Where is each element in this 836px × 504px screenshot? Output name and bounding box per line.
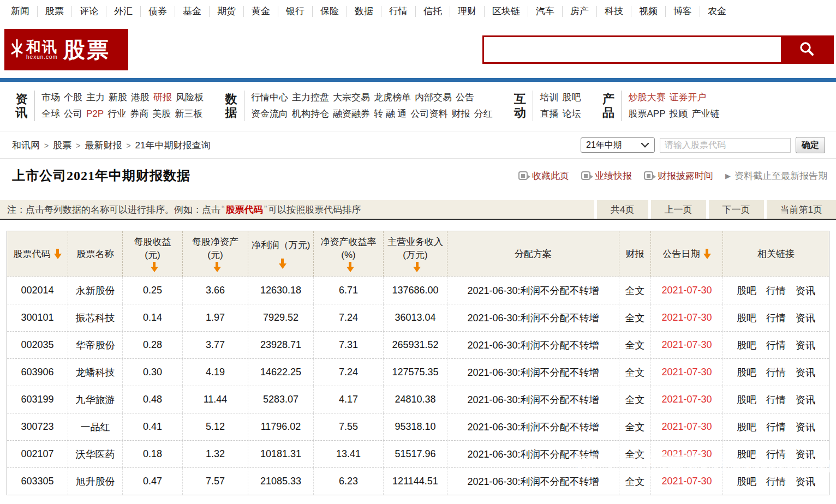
related-link[interactable]: 股吧 bbox=[737, 475, 756, 488]
quick-report-link[interactable]: 业绩快报 bbox=[581, 170, 632, 182]
subnav-link[interactable]: 内部交易 bbox=[415, 92, 452, 103]
pager-item[interactable]: 上一页 bbox=[651, 200, 706, 219]
top-nav-item[interactable]: 保险 bbox=[313, 6, 347, 17]
breadcrumb-item[interactable]: 和讯网 bbox=[12, 140, 40, 151]
pager-item[interactable]: 下一页 bbox=[709, 200, 764, 219]
related-link[interactable]: 股吧 bbox=[737, 448, 756, 461]
top-nav-item[interactable]: 银行 bbox=[278, 6, 313, 17]
subnav-link[interactable]: 产业链 bbox=[691, 109, 719, 119]
related-link[interactable]: 行情 bbox=[766, 393, 786, 406]
subnav-link[interactable]: 财报 bbox=[451, 109, 470, 119]
breadcrumb-item[interactable]: 最新财报 bbox=[85, 140, 122, 151]
column-header[interactable]: 每股净资产 (元) bbox=[183, 231, 248, 277]
subnav-link[interactable]: 投顾 bbox=[669, 109, 688, 119]
top-nav-item[interactable]: 基金 bbox=[175, 6, 210, 17]
cell-announce-date[interactable]: 2021-07-30 bbox=[651, 386, 723, 413]
top-nav-item[interactable]: 外汇 bbox=[106, 6, 141, 17]
cell-announce-date[interactable]: 2021-07-30 bbox=[651, 304, 723, 331]
cell-announce-date[interactable]: 2021-07-30 bbox=[651, 332, 723, 358]
cell-report-link[interactable]: 全文 bbox=[619, 386, 651, 413]
related-link[interactable]: 资讯 bbox=[796, 339, 815, 352]
subnav-link[interactable]: 主力 bbox=[86, 92, 105, 103]
column-header[interactable]: 每股收益 (元) bbox=[123, 231, 183, 277]
subnav-link[interactable]: 资金流向 bbox=[251, 109, 288, 119]
period-select[interactable]: 21年中期 bbox=[581, 137, 655, 153]
top-nav-item[interactable]: 区块链 bbox=[485, 6, 528, 17]
subnav-link[interactable]: 龙虎榜单 bbox=[374, 92, 411, 103]
stock-code-input[interactable] bbox=[660, 138, 791, 153]
related-link[interactable]: 股吧 bbox=[737, 311, 756, 325]
related-link[interactable]: 资讯 bbox=[796, 475, 815, 488]
breadcrumb-item[interactable]: 股票 bbox=[53, 140, 71, 151]
related-link[interactable]: 股吧 bbox=[737, 366, 756, 379]
related-link[interactable]: 行情 bbox=[766, 284, 786, 297]
subnav-link[interactable]: 公告 bbox=[456, 92, 474, 103]
top-nav-item[interactable]: 评论 bbox=[72, 6, 106, 17]
column-header[interactable]: 净利润（万元) bbox=[248, 231, 314, 277]
column-header[interactable]: 净资产收益率 (%) bbox=[314, 231, 384, 277]
cell-announce-date[interactable]: 2021-07-30 bbox=[651, 413, 723, 440]
disclosure-time-link[interactable]: 财报披露时间 bbox=[644, 170, 713, 182]
top-nav-item[interactable]: 新闻 bbox=[3, 6, 38, 17]
subnav-link[interactable]: 大宗交易 bbox=[333, 92, 370, 103]
related-link[interactable]: 行情 bbox=[766, 475, 786, 488]
subnav-link[interactable]: 炒股大赛 bbox=[628, 92, 665, 103]
subnav-link[interactable]: 个股 bbox=[64, 92, 82, 103]
subnav-link[interactable]: 转 融 通 bbox=[374, 109, 407, 119]
search-button[interactable] bbox=[781, 37, 832, 62]
top-nav-item[interactable]: 科技 bbox=[597, 6, 631, 17]
related-link[interactable]: 股吧 bbox=[737, 339, 756, 352]
subnav-link[interactable]: 股吧 bbox=[562, 92, 581, 103]
related-link[interactable]: 资讯 bbox=[796, 448, 815, 461]
top-nav-item[interactable]: 博客 bbox=[666, 6, 700, 17]
subnav-link[interactable]: 机构持仓 bbox=[292, 109, 329, 119]
subnav-link[interactable]: 新三板 bbox=[175, 109, 202, 119]
subnav-link[interactable]: 股票APP bbox=[628, 109, 665, 119]
top-nav-item[interactable]: 黄金 bbox=[244, 6, 278, 17]
cell-announce-date[interactable]: 2021-07-30 bbox=[651, 441, 723, 467]
related-link[interactable]: 股吧 bbox=[737, 393, 756, 406]
subnav-link[interactable]: 融资融券 bbox=[333, 109, 370, 119]
related-link[interactable]: 股吧 bbox=[737, 284, 756, 297]
subnav-link[interactable]: 全球 bbox=[41, 109, 60, 119]
bookmark-page-link[interactable]: 收藏此页 bbox=[518, 170, 569, 182]
cell-report-link[interactable]: 全文 bbox=[619, 441, 651, 467]
cell-report-link[interactable]: 全文 bbox=[619, 277, 651, 304]
subnav-link[interactable]: 市场 bbox=[41, 92, 60, 103]
related-link[interactable]: 行情 bbox=[766, 339, 786, 352]
cell-report-link[interactable]: 全文 bbox=[619, 332, 651, 358]
cell-report-link[interactable]: 全文 bbox=[619, 359, 651, 386]
subnav-link[interactable]: 行情中心 bbox=[251, 92, 288, 103]
subnav-link[interactable]: 研报 bbox=[153, 92, 172, 103]
top-nav-item[interactable]: 房产 bbox=[563, 6, 597, 17]
top-nav-item[interactable]: 理财 bbox=[450, 6, 485, 17]
cell-announce-date[interactable]: 2021-07-30 bbox=[651, 468, 723, 495]
subnav-link[interactable]: 论坛 bbox=[562, 109, 581, 119]
cell-announce-date[interactable]: 2021-07-30 bbox=[651, 359, 723, 386]
top-nav-item[interactable]: 视频 bbox=[631, 6, 666, 17]
subnav-link[interactable]: 证券开户 bbox=[669, 92, 706, 103]
cell-report-link[interactable]: 全文 bbox=[619, 413, 651, 440]
subnav-link[interactable]: 券商 bbox=[130, 109, 148, 119]
search-input[interactable] bbox=[484, 37, 781, 62]
cell-announce-date[interactable]: 2021-07-30 bbox=[651, 277, 723, 304]
top-nav-item[interactable]: 行情 bbox=[381, 6, 416, 17]
related-link[interactable]: 股吧 bbox=[737, 421, 756, 434]
top-nav-item[interactable]: 期货 bbox=[210, 6, 244, 17]
cell-report-link[interactable]: 全文 bbox=[619, 468, 651, 495]
subnav-link[interactable]: 港股 bbox=[131, 92, 150, 103]
confirm-button[interactable]: 确定 bbox=[796, 137, 825, 153]
top-nav-item[interactable]: 股票 bbox=[38, 6, 72, 17]
column-header[interactable]: 主营业务收入 (万元) bbox=[384, 231, 447, 277]
related-link[interactable]: 资讯 bbox=[796, 366, 815, 379]
related-link[interactable]: 行情 bbox=[766, 366, 786, 379]
related-link[interactable]: 资讯 bbox=[796, 311, 815, 325]
subnav-link[interactable]: 直播 bbox=[540, 109, 558, 119]
related-link[interactable]: 行情 bbox=[766, 448, 786, 461]
related-link[interactable]: 行情 bbox=[766, 421, 786, 434]
hexun-logo[interactable]: 和讯 hexun.com 股票 bbox=[4, 29, 128, 70]
subnav-link[interactable]: 行业 bbox=[108, 109, 126, 119]
subnav-link[interactable]: 新股 bbox=[109, 92, 127, 103]
related-link[interactable]: 资讯 bbox=[796, 421, 815, 434]
column-header[interactable]: 股票代码 bbox=[7, 231, 68, 277]
